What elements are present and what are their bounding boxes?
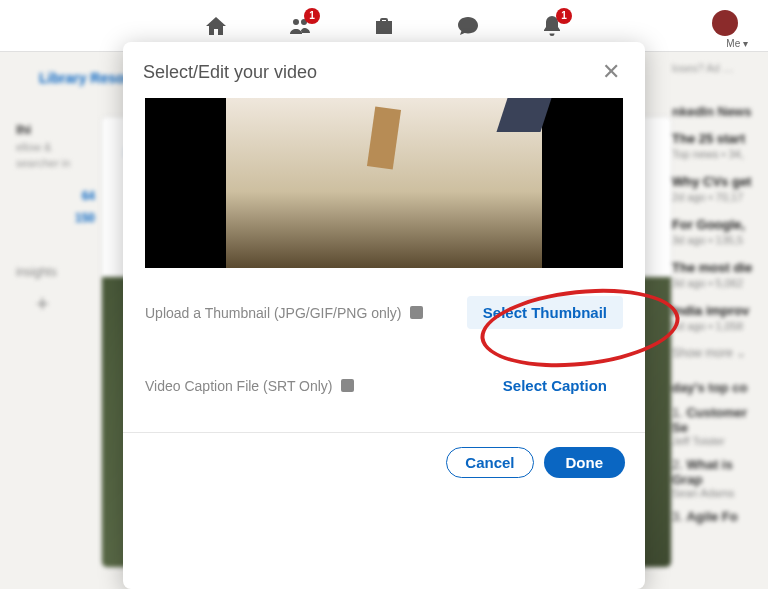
video-preview bbox=[145, 98, 623, 268]
insights-label: insights bbox=[16, 265, 95, 279]
show-more-link[interactable]: Show more ⌄ bbox=[672, 346, 764, 360]
edit-video-modal: Select/Edit your video ✕ Upload a Thumbn… bbox=[123, 42, 645, 589]
news-item[interactable]: The 25 startTop news • 34, bbox=[672, 131, 764, 160]
select-thumbnail-button[interactable]: Select Thumbnail bbox=[467, 296, 623, 329]
stat-2: 150 bbox=[16, 211, 95, 225]
news-header: nkedIn News bbox=[672, 104, 764, 119]
profile-sub-2: searcher in bbox=[16, 157, 95, 169]
news-item[interactable]: For Google,3d ago • 135,5 bbox=[672, 217, 764, 246]
profile-sub-1: ellow & bbox=[16, 141, 95, 153]
thumbnail-label: Upload a Thumbnail (JPG/GIF/PNG only) bbox=[145, 305, 402, 321]
plus-icon[interactable]: + bbox=[36, 291, 95, 317]
news-item[interactable]: India improv5d ago • 1,058 bbox=[672, 303, 764, 332]
select-caption-button[interactable]: Select Caption bbox=[487, 369, 623, 402]
modal-title: Select/Edit your video bbox=[143, 62, 317, 83]
course-item[interactable]: 3. Agile Fo bbox=[672, 509, 764, 524]
profile-location: lhi bbox=[16, 122, 95, 137]
news-item[interactable]: The most die3d ago • 5,062 bbox=[672, 260, 764, 289]
news-item[interactable]: Why CVs get2d ago • 70,17 bbox=[672, 174, 764, 203]
done-button[interactable]: Done bbox=[544, 447, 626, 478]
cancel-button[interactable]: Cancel bbox=[446, 447, 533, 478]
news-list: The 25 startTop news • 34, Why CVs get2d… bbox=[672, 131, 764, 332]
course-item[interactable]: 1. Customer SeJeff Toister bbox=[672, 405, 764, 447]
stat-1: 64 bbox=[16, 189, 95, 203]
info-icon[interactable] bbox=[341, 379, 354, 392]
caption-label: Video Caption File (SRT Only) bbox=[145, 378, 333, 394]
close-icon[interactable]: ✕ bbox=[597, 58, 625, 86]
info-icon[interactable] bbox=[410, 306, 423, 319]
course-item[interactable]: 2. What is GrapSean Adams bbox=[672, 457, 764, 499]
courses-header: day's top co bbox=[672, 380, 764, 395]
ad-label: loses? Ad … bbox=[672, 62, 764, 74]
